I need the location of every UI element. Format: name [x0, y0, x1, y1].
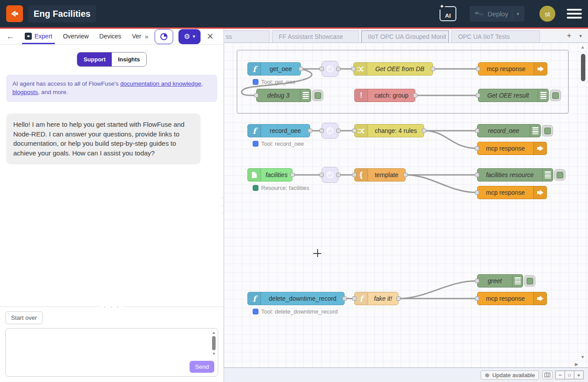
- tab-expert[interactable]: Expert: [20, 30, 57, 44]
- flow-tab-ff-assistant-showcase[interactable]: FF Assistant Showcase: [272, 30, 359, 42]
- insights-toggle-button[interactable]: Insights: [112, 53, 146, 66]
- blogposts-link[interactable]: blogposts: [12, 89, 38, 95]
- flowfuse-logo-icon[interactable]: [6, 5, 23, 22]
- node-link-call-3[interactable]: [322, 167, 338, 183]
- start-over-button[interactable]: Start over: [5, 311, 43, 324]
- flow-tab-iiot-opcua-grouped[interactable]: IIoT OPC UA Grouped Monit: [361, 30, 449, 42]
- node-record-oee-debug[interactable]: record_oee: [477, 124, 541, 137]
- input-port[interactable]: [352, 296, 357, 301]
- more-tabs-icon[interactable]: »: [143, 33, 150, 40]
- node-mcp-response-4[interactable]: mcp response: [477, 292, 547, 305]
- flow-tab-opcua-iiot-tests[interactable]: OPC UA IIoT Tests: [451, 30, 540, 42]
- input-port[interactable]: [319, 173, 324, 177]
- instance-title[interactable]: Eng Facilities: [28, 5, 96, 23]
- close-icon[interactable]: ✕: [207, 31, 214, 42]
- flow-tab-clipped[interactable]: ss: [224, 30, 269, 42]
- input-port[interactable]: [352, 173, 357, 177]
- user-avatar[interactable]: st: [539, 6, 555, 22]
- node-facilities-resource[interactable]: facilities resource: [477, 168, 553, 182]
- scroll-up-icon[interactable]: ▲: [212, 330, 216, 335]
- zoom-out-button[interactable]: −: [555, 371, 565, 379]
- zoom-reset-button[interactable]: ○: [565, 371, 574, 379]
- output-port[interactable]: [342, 296, 347, 301]
- insights-pie-button[interactable]: [155, 29, 173, 44]
- output-port[interactable]: [336, 129, 341, 133]
- input-port[interactable]: [476, 93, 480, 98]
- settings-dropdown-button[interactable]: ⚙ ▾: [178, 29, 201, 44]
- output-port[interactable]: [396, 296, 401, 301]
- debug-toggle-button[interactable]: [542, 125, 553, 136]
- input-port[interactable]: [319, 67, 324, 71]
- output-port[interactable]: [308, 129, 312, 133]
- output-port[interactable]: [413, 93, 417, 98]
- ai-assistant-icon[interactable]: ✦ AI: [440, 6, 456, 21]
- send-button[interactable]: Send: [190, 361, 214, 373]
- node-get-oee-result[interactable]: Get OEE result: [478, 89, 549, 102]
- output-port[interactable]: [299, 67, 303, 71]
- debug-toggle-button[interactable]: [312, 90, 323, 101]
- output-port[interactable]: [336, 67, 341, 71]
- input-port[interactable]: [475, 296, 479, 301]
- update-available-button[interactable]: ⊕ Update available: [481, 371, 539, 380]
- output-port[interactable]: [431, 67, 435, 71]
- scroll-down-icon[interactable]: ▼: [212, 352, 216, 356]
- input-port[interactable]: [475, 129, 479, 133]
- node-link-call-2[interactable]: [322, 123, 338, 139]
- input-port[interactable]: [476, 67, 480, 71]
- input-port[interactable]: [351, 67, 356, 71]
- debug-toggle-button[interactable]: [550, 90, 561, 101]
- node-fake-it[interactable]: f fake it!: [354, 292, 398, 305]
- chat-input[interactable]: [6, 329, 209, 376]
- node-catch-group[interactable]: ! catch: group: [354, 89, 415, 102]
- output-port[interactable]: [403, 173, 408, 177]
- output-port[interactable]: [290, 173, 295, 177]
- zoom-in-button[interactable]: +: [574, 371, 584, 379]
- tab-version-history[interactable]: Ver: [128, 30, 141, 44]
- support-toggle-button[interactable]: Support: [77, 53, 112, 66]
- output-port[interactable]: [422, 129, 426, 133]
- canvas-scroll-up-icon[interactable]: ▲: [580, 45, 585, 49]
- main-menu-icon[interactable]: [567, 9, 582, 19]
- deploy-button[interactable]: Deploy ▾: [470, 6, 524, 22]
- input-port[interactable]: [475, 279, 479, 283]
- node-mcp-response-3[interactable]: mcp response: [477, 186, 547, 199]
- tab-devices[interactable]: Devices: [95, 30, 126, 44]
- node-change-4-rules[interactable]: change: 4 rules: [354, 124, 424, 137]
- deploy-caret-icon[interactable]: ▾: [516, 11, 519, 17]
- flow-canvas[interactable]: f get_oee Tool: get_oee: [224, 43, 588, 367]
- input-port[interactable]: [475, 146, 479, 151]
- canvas-scroll-right-icon[interactable]: ▶: [575, 362, 578, 367]
- node-greet[interactable]: greet: [477, 274, 523, 287]
- input-port[interactable]: [254, 93, 258, 98]
- node-delete-downtime-record[interactable]: f delete_downtime_record: [247, 292, 345, 305]
- node-mcp-response-2[interactable]: mcp response: [477, 142, 547, 155]
- node-mcp-response-1[interactable]: mcp response: [478, 62, 547, 76]
- canvas-scroll-down-icon[interactable]: ▼: [580, 355, 585, 359]
- scroll-thumb[interactable]: [212, 336, 216, 350]
- node-facilities[interactable]: facilities: [247, 168, 292, 182]
- input-port[interactable]: [475, 190, 479, 195]
- node-record-oee[interactable]: f record_oee: [247, 124, 310, 137]
- node-debug-3[interactable]: debug 3: [256, 89, 311, 102]
- add-flow-button[interactable]: +: [567, 31, 572, 41]
- back-arrow-icon[interactable]: ←: [6, 32, 14, 41]
- input-port[interactable]: [475, 173, 479, 177]
- canvas-vscroll-thumb[interactable]: [581, 54, 585, 81]
- docs-link[interactable]: documentation and knowledge: [120, 80, 201, 87]
- navigator-toggle-button[interactable]: [542, 371, 553, 379]
- textarea-scrollbar[interactable]: ▲ ▼: [211, 330, 216, 356]
- node-get-oee-from-db[interactable]: Get OEE from DB: [353, 62, 433, 76]
- debug-toggle-button[interactable]: [524, 275, 535, 287]
- tab-overview[interactable]: Overview: [58, 30, 93, 44]
- resize-handle-horizontal[interactable]: · · ·: [101, 303, 123, 310]
- panel-resize-handle[interactable]: ···: [221, 194, 223, 217]
- node-link-call-1[interactable]: [322, 61, 338, 77]
- output-port[interactable]: [336, 173, 341, 177]
- debug-toggle-button[interactable]: [554, 169, 565, 181]
- flow-list-caret-icon[interactable]: ▾: [579, 33, 582, 39]
- input-port[interactable]: [352, 129, 357, 133]
- node-template[interactable]: { template: [354, 168, 406, 182]
- node-status-badge: Resource: facilities: [253, 185, 309, 191]
- node-get-oee[interactable]: f get_oee: [247, 62, 301, 76]
- input-port[interactable]: [319, 129, 324, 133]
